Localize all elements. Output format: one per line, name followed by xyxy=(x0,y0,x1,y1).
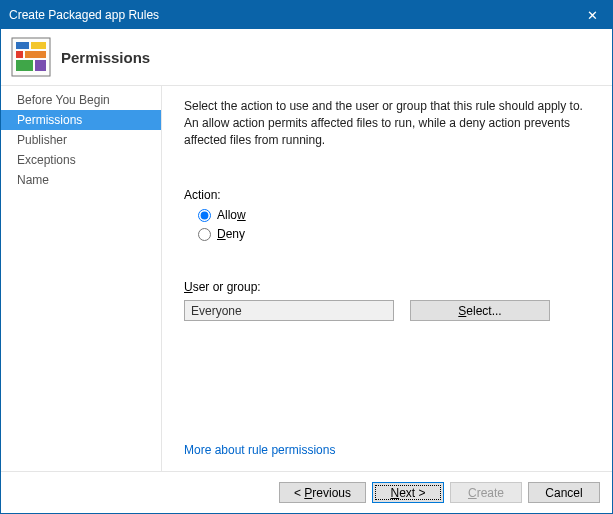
sidebar-item-label: Name xyxy=(17,173,49,187)
svg-rect-1 xyxy=(16,42,29,49)
action-radio-group: Allow Deny xyxy=(198,208,594,246)
user-group-row: Select... xyxy=(184,300,594,321)
sidebar-item-label: Publisher xyxy=(17,133,67,147)
sidebar-item-label: Before You Begin xyxy=(17,93,110,107)
wizard-header-icon xyxy=(11,37,51,77)
sidebar-item-label: Exceptions xyxy=(17,153,76,167)
svg-rect-4 xyxy=(25,51,46,58)
cancel-button[interactable]: Cancel xyxy=(528,482,600,503)
close-icon: ✕ xyxy=(587,8,598,23)
window-title: Create Packaged app Rules xyxy=(9,8,159,22)
wizard-header: Permissions xyxy=(1,29,612,86)
sidebar-item-name[interactable]: Name xyxy=(1,170,161,190)
wizard-body: Before You Begin Permissions Publisher E… xyxy=(1,86,612,471)
wizard-window: Create Packaged app Rules ✕ Permissions … xyxy=(0,0,613,514)
radio-deny-label: Deny xyxy=(217,227,245,241)
close-button[interactable]: ✕ xyxy=(572,1,612,29)
select-button[interactable]: Select... xyxy=(410,300,550,321)
action-label: Action: xyxy=(184,188,594,202)
user-group-label: User or group: xyxy=(184,280,594,294)
radio-allow-label: Allow xyxy=(217,208,246,222)
create-button: Create xyxy=(450,482,522,503)
content-pane: Select the action to use and the user or… xyxy=(162,86,612,471)
radio-allow-input[interactable] xyxy=(198,209,211,222)
svg-rect-3 xyxy=(16,51,23,58)
sidebar-item-before-you-begin[interactable]: Before You Begin xyxy=(1,90,161,110)
radio-deny-input[interactable] xyxy=(198,228,211,241)
wizard-footer: < Previous Next > Create Cancel xyxy=(1,471,612,513)
sidebar-item-publisher[interactable]: Publisher xyxy=(1,130,161,150)
sidebar-item-permissions[interactable]: Permissions xyxy=(1,110,161,130)
user-group-field[interactable] xyxy=(184,300,394,321)
previous-button[interactable]: < Previous xyxy=(279,482,366,503)
svg-rect-2 xyxy=(31,42,46,49)
svg-rect-5 xyxy=(16,60,33,71)
svg-rect-6 xyxy=(35,60,46,71)
more-link[interactable]: More about rule permissions xyxy=(184,443,594,457)
sidebar: Before You Begin Permissions Publisher E… xyxy=(1,86,162,471)
page-description: Select the action to use and the user or… xyxy=(184,98,594,148)
next-button[interactable]: Next > xyxy=(372,482,444,503)
radio-deny[interactable]: Deny xyxy=(198,227,594,241)
titlebar: Create Packaged app Rules ✕ xyxy=(1,1,612,29)
sidebar-item-exceptions[interactable]: Exceptions xyxy=(1,150,161,170)
sidebar-item-label: Permissions xyxy=(17,113,82,127)
radio-allow[interactable]: Allow xyxy=(198,208,594,222)
page-title: Permissions xyxy=(61,49,150,66)
